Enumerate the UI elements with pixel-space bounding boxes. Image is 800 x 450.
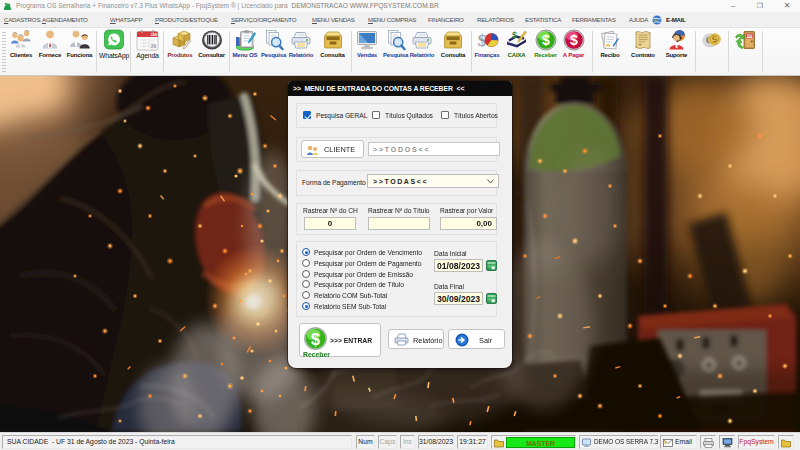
svg-text:29: 29 [151,43,157,49]
svg-text:$: $ [311,331,320,348]
svg-text:$: $ [570,32,578,48]
svg-text:JAN: JAN [151,33,158,37]
svg-text:EXIT: EXIT [746,34,753,38]
svg-text:$: $ [542,32,550,48]
svg-text:$: $ [512,30,517,40]
